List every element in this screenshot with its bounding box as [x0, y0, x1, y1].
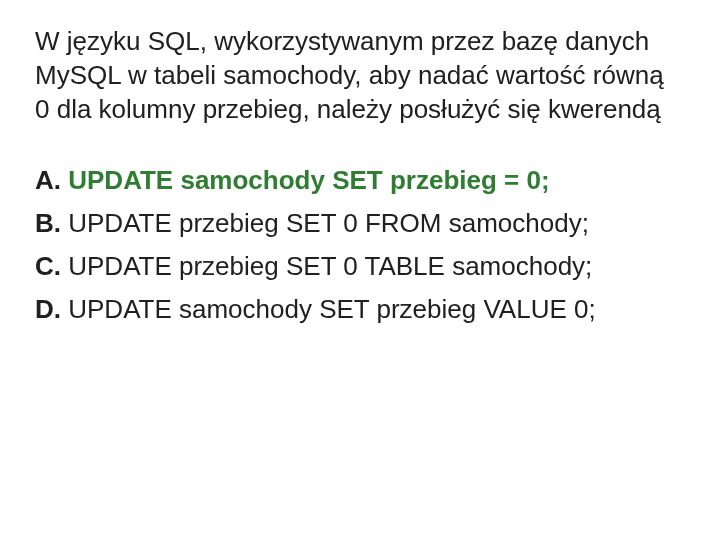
- options-list: A. UPDATE samochody SET przebieg = 0; B.…: [35, 161, 685, 329]
- option-b-label: B.: [35, 208, 61, 238]
- option-a: A. UPDATE samochody SET przebieg = 0;: [35, 161, 685, 200]
- option-c: C. UPDATE przebieg SET 0 TABLE samochody…: [35, 247, 685, 286]
- option-b-text: UPDATE przebieg SET 0 FROM samochody;: [68, 208, 589, 238]
- option-d-label: D.: [35, 294, 61, 324]
- option-b: B. UPDATE przebieg SET 0 FROM samochody;: [35, 204, 685, 243]
- question-text: W języku SQL, wykorzystywanym przez bazę…: [35, 25, 685, 126]
- option-c-text: UPDATE przebieg SET 0 TABLE samochody;: [68, 251, 592, 281]
- option-c-label: C.: [35, 251, 61, 281]
- option-d: D. UPDATE samochody SET przebieg VALUE 0…: [35, 290, 685, 329]
- option-d-text: UPDATE samochody SET przebieg VALUE 0;: [68, 294, 595, 324]
- option-a-text: UPDATE samochody SET przebieg = 0;: [68, 165, 549, 195]
- option-a-label: A.: [35, 165, 61, 195]
